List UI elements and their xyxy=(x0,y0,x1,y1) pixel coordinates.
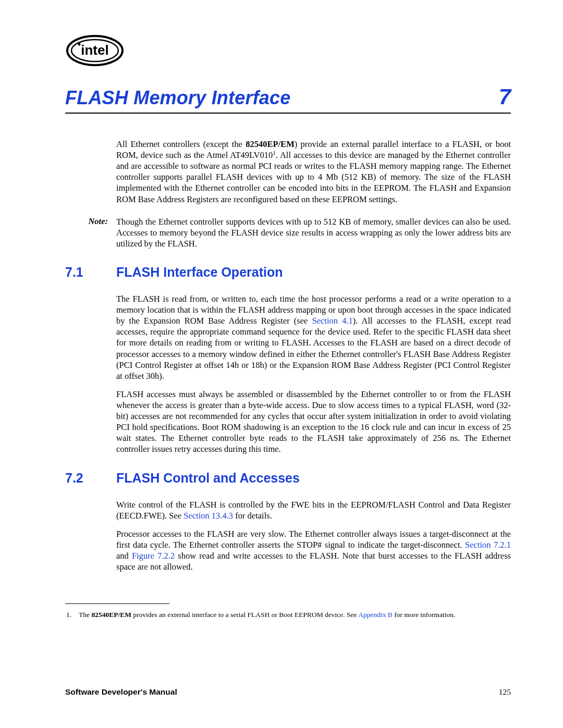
note-text: Though the Ethernet controller supports … xyxy=(116,216,511,249)
note-label: Note: xyxy=(65,216,116,249)
cross-reference[interactable]: Section 13.4.3 xyxy=(183,511,233,521)
footnote-divider xyxy=(65,603,169,604)
section-number: 7.2 xyxy=(65,471,116,486)
chapter-number: 7 xyxy=(499,84,511,109)
section-title: FLASH Control and Accesses xyxy=(116,471,300,486)
chapter-title: FLASH Memory Interface xyxy=(65,87,291,109)
section-7-2-paragraph-2: Processor accesses to the FLASH are very… xyxy=(116,528,511,572)
cross-reference[interactable]: Section 7.2.1 xyxy=(465,540,511,550)
text: The xyxy=(79,611,91,619)
text: and xyxy=(116,551,132,561)
footnote-1: 1. The 82540EP/EM provides an external i… xyxy=(65,610,511,620)
text: provides an external interface to a seri… xyxy=(131,611,358,619)
cross-reference[interactable]: Section 4.1 xyxy=(312,316,353,326)
text: for more information. xyxy=(393,611,456,619)
cross-reference[interactable]: Appendix B xyxy=(358,611,393,619)
text: show read and write accesses to the FLAS… xyxy=(116,551,511,572)
note-block: Note: Though the Ethernet controller sup… xyxy=(116,216,511,249)
section-7-2-paragraph-1: Write control of the FLASH is controlled… xyxy=(116,499,511,521)
content-area: All Ethernet controllers (except the 825… xyxy=(116,139,511,620)
section-7-1-paragraph-1: The FLASH is read from, or written to, e… xyxy=(116,293,511,381)
section-heading-7-2: 7.2 FLASH Control and Accesses xyxy=(65,471,511,486)
svg-text:intel: intel xyxy=(81,42,108,58)
footnote-text: The 82540EP/EM provides an external inte… xyxy=(79,610,455,620)
text: Processor accesses to the FLASH are very… xyxy=(116,529,511,550)
section-heading-7-1: 7.1 FLASH Interface Operation xyxy=(65,265,511,280)
footnote-number: 1. xyxy=(65,610,79,620)
chapter-title-row: FLASH Memory Interface 7 xyxy=(65,84,511,114)
text: Write control of the FLASH is controlled… xyxy=(116,500,511,521)
text: for details. xyxy=(233,511,272,521)
page-footer: Software Developer's Manual 125 xyxy=(65,687,511,697)
intro-paragraph: All Ethernet controllers (except the 825… xyxy=(116,139,511,205)
intel-logo: intel xyxy=(65,29,511,70)
section-7-1-paragraph-2: FLASH accesses must always be assembled … xyxy=(116,389,511,455)
text: All Ethernet controllers (except the xyxy=(116,139,246,149)
page-number: 125 xyxy=(499,687,511,697)
footer-doc-title: Software Developer's Manual xyxy=(65,687,177,697)
device-model: 82540EP/EM xyxy=(91,611,131,619)
section-title: FLASH Interface Operation xyxy=(116,265,283,280)
cross-reference[interactable]: Figure 7.2.2 xyxy=(132,551,175,561)
section-number: 7.1 xyxy=(65,265,116,280)
svg-point-3 xyxy=(78,43,81,46)
device-model: 82540EP/EM xyxy=(246,139,295,149)
